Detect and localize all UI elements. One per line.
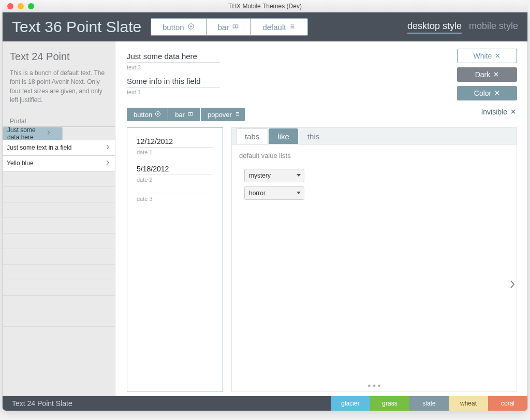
style-tab-desktop[interactable]: desktop style [407,21,462,34]
header-button-button[interactable]: button [151,19,206,35]
select-horror[interactable]: horror [244,186,304,200]
select-mystery[interactable]: mystery [244,169,304,182]
portal-row-text: Yello blue [7,160,34,167]
date-value[interactable]: 5/18/2012 [137,165,213,175]
date-value[interactable]: 12/12/2012 [137,137,213,148]
label: popover [208,111,232,119]
label: default [262,23,286,32]
tab-like[interactable]: like [269,128,298,144]
sidebar: Text 24 Point This is a bunch of default… [3,41,115,396]
portal-row-empty [3,234,115,249]
traffic-zoom-icon[interactable] [28,3,34,9]
label: button [163,23,184,32]
slate-button-button[interactable]: button [127,108,168,121]
portal-row-text: Just some data here [7,126,47,141]
tab-body-label: default value lists [239,152,509,160]
app-window: Text 36 Point Slate button bar default d… [2,12,528,411]
page-title: Text 36 Point Slate [12,18,151,36]
label: bar [218,23,229,32]
slate-button-group: button bar popover [127,108,245,121]
header-button-default[interactable]: default [251,19,307,35]
portal-row[interactable]: Just some data here [3,127,63,140]
label: button [134,111,152,119]
mac-titlebar: THX Mobile Themes (Dev) [2,0,528,12]
swatch-glacier[interactable]: glacier [331,396,370,411]
tab-card: tabs like this default value lists myste… [231,127,517,392]
sidebar-paragraph: This is a bunch of default text. The fon… [3,69,115,118]
chevron-right-icon [106,144,110,152]
label: Invisible [481,108,507,116]
date-label: date 2 [137,175,213,183]
portal-row-empty [3,327,115,342]
style-tabs: desktop style mobile style [407,21,518,34]
traffic-minimize-icon[interactable] [18,3,24,9]
header-button-group: button bar default [151,18,308,36]
portal-row-empty [3,311,115,327]
portal-row-text: Just some text in a field [7,144,71,151]
main-panel: White Dark Color Invisible Just some dat… [115,41,527,396]
swatch-slate[interactable]: slate [409,396,449,411]
traffic-close-icon[interactable] [7,3,13,9]
theme-pill-column: White Dark Color Invisible [457,49,517,119]
portal-list: Just some data here Just some text in a … [3,126,115,342]
portal-row-empty [3,218,115,234]
swatch-wheat[interactable]: wheat [449,396,488,411]
pill-white[interactable]: White [457,49,517,63]
portal-row-empty [3,265,115,280]
pill-invisible[interactable]: Invisible [481,105,517,119]
label: White [474,52,492,60]
page-dots-icon: ● ● ● [232,382,517,388]
list-icon [289,23,296,32]
pill-color[interactable]: Color [457,86,517,100]
label: Dark [475,70,491,79]
field-label: text 1 [127,88,220,95]
field-value[interactable]: Some info in this field [127,76,220,88]
card-row: 12/12/2012date 1 5/18/2012date 2 date 3 … [127,127,517,392]
swatch-bar: glacier grass slate wheat coral [331,396,527,411]
close-icon [510,108,516,116]
footer-title: Text 24 Point Slate [12,399,72,408]
plus-circle-icon [155,111,161,119]
portal-row-empty [3,202,115,218]
portal-row-empty [3,280,115,296]
body: Text 24 Point This is a bunch of default… [3,41,527,396]
field-label: text 3 [127,63,220,70]
header-button-bar[interactable]: bar [206,19,251,35]
portal-row-empty [3,296,115,311]
close-icon [495,52,500,60]
close-icon [494,89,500,97]
chevron-right-icon [106,160,110,167]
window-title: THX Mobile Themes (Dev) [2,3,528,10]
tab-tabs[interactable]: tabs [236,128,268,144]
slate-button-bar[interactable]: bar [168,108,201,121]
label: Color [474,89,491,97]
list-icon [234,111,241,119]
portal-label: Portal [3,118,115,126]
field-value[interactable]: Just some data here [127,51,220,63]
label: bar [175,111,185,119]
style-tab-mobile[interactable]: mobile style [469,21,518,34]
header-band: Text 36 Point Slate button bar default d… [3,12,527,41]
portal-row-empty [3,171,115,187]
rect-icon [232,23,239,32]
date-label: date 3 [137,194,213,202]
portal-row-empty [3,187,115,202]
tab-body: default value lists mystery horror ● ● ● [232,144,517,392]
portal-row-empty [3,249,115,265]
portal-row[interactable]: Yello blue [3,156,115,171]
slate-button-popover[interactable]: popover [201,108,245,121]
tab-this[interactable]: this [299,128,328,144]
next-page-button[interactable] [509,279,520,292]
chevron-right-icon [47,129,51,137]
rect-icon [187,111,194,119]
pill-dark[interactable]: Dark [457,67,517,82]
plus-circle-icon [187,23,195,32]
swatch-coral[interactable]: coral [488,396,527,411]
portal-row[interactable]: Just some text in a field [3,140,115,156]
tab-bar: tabs like this [232,128,517,144]
close-icon [493,70,499,79]
date-label: date 1 [137,148,213,155]
date-card: 12/12/2012date 1 5/18/2012date 2 date 3 [127,127,223,392]
footer: Text 24 Point Slate glacier grass slate … [3,396,527,411]
swatch-grass[interactable]: grass [370,396,409,411]
